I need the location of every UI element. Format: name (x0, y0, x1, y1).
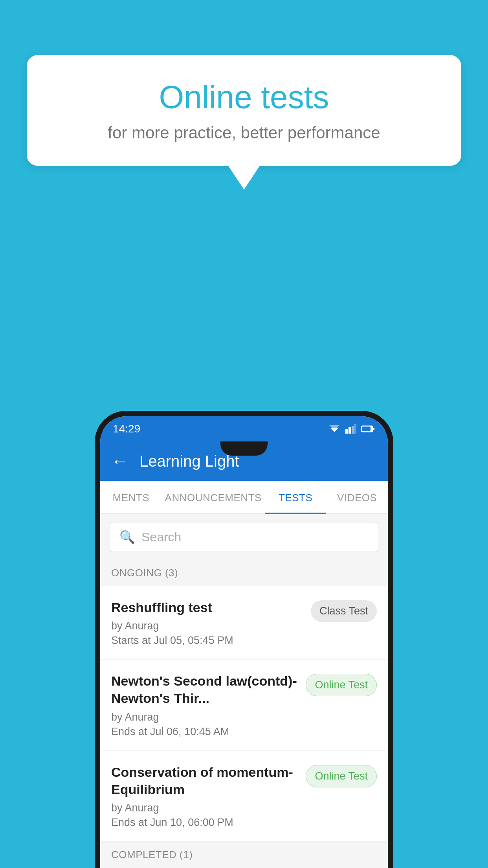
tab-ments[interactable]: MENTS (100, 481, 162, 513)
promo-section: Online tests for more practice, better p… (27, 55, 461, 189)
test-badge-online: Online Test (306, 674, 377, 696)
test-author: by Anurag (111, 802, 298, 814)
status-icons (328, 424, 375, 434)
search-icon: 🔍 (119, 530, 135, 544)
test-item[interactable]: Newton's Second law(contd)-Newton's Thir… (100, 660, 388, 750)
promo-title: Online tests (58, 79, 430, 116)
svg-rect-3 (349, 427, 351, 434)
completed-section-header: COMPLETED (1) (100, 842, 388, 868)
test-info: Conservation of momentum-Equilibrium by … (111, 763, 306, 829)
svg-rect-5 (354, 424, 356, 434)
tab-announcements[interactable]: ANNOUNCEMENTS (162, 481, 265, 513)
tab-tests[interactable]: TESTS (265, 481, 327, 513)
svg-rect-4 (352, 426, 354, 434)
tab-videos[interactable]: VIDEOS (326, 481, 388, 513)
signal-icon (345, 424, 356, 434)
speech-bubble-arrow (228, 166, 260, 189)
test-badge-online-2: Online Test (306, 765, 377, 787)
search-bar[interactable]: 🔍 Search (110, 522, 378, 552)
status-bar: 14:29 (100, 416, 388, 441)
tabs-bar: MENTS ANNOUNCEMENTS TESTS VIDEOS (100, 481, 388, 514)
app-title: Learning Light (139, 452, 239, 470)
test-info: Newton's Second law(contd)-Newton's Thir… (111, 672, 306, 737)
test-badge-class: Class Test (311, 600, 377, 622)
speech-bubble: Online tests for more practice, better p… (27, 55, 461, 166)
phone-notch (220, 441, 268, 456)
phone-screen: 14:29 (100, 416, 388, 868)
test-time: Ends at Jul 06, 10:45 AM (111, 726, 298, 738)
status-time: 14:29 (113, 423, 140, 435)
svg-marker-1 (329, 425, 340, 430)
test-item[interactable]: Reshuffling test by Anurag Starts at Jul… (100, 586, 388, 660)
battery-icon (361, 425, 375, 433)
wifi-icon (328, 424, 341, 434)
test-author: by Anurag (111, 620, 303, 632)
test-item[interactable]: Conservation of momentum-Equilibrium by … (100, 751, 388, 842)
search-container: 🔍 Search (100, 514, 388, 560)
test-title: Newton's Second law(contd)-Newton's Thir… (111, 672, 298, 707)
phone-mockup: 14:29 (95, 411, 393, 868)
svg-rect-8 (362, 427, 371, 431)
promo-subtitle: for more practice, better performance (58, 123, 430, 142)
svg-rect-2 (345, 429, 348, 434)
test-info: Reshuffling test by Anurag Starts at Jul… (111, 599, 311, 647)
search-placeholder: Search (141, 530, 181, 544)
back-button[interactable]: ← (111, 452, 128, 470)
phone-frame: 14:29 (95, 411, 393, 868)
test-author: by Anurag (111, 711, 298, 723)
test-title: Conservation of momentum-Equilibrium (111, 763, 298, 798)
test-time: Ends at Jun 10, 06:00 PM (111, 817, 298, 829)
test-title: Reshuffling test (111, 599, 303, 616)
test-list: Reshuffling test by Anurag Starts at Jul… (100, 586, 388, 842)
ongoing-section-header: ONGOING (3) (100, 560, 388, 586)
svg-rect-7 (373, 428, 374, 430)
test-time: Starts at Jul 05, 05:45 PM (111, 634, 303, 647)
